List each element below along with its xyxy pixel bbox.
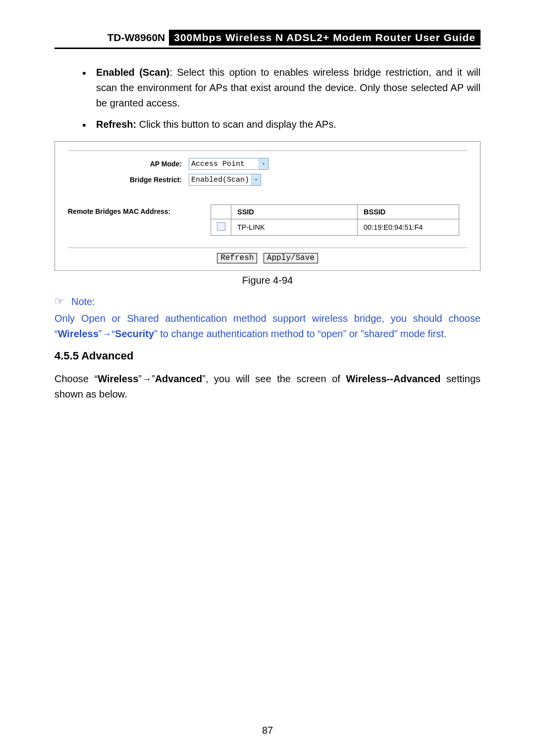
advanced-paragraph: Choose “Wireless”→”Advanced”, you will s… <box>54 371 481 402</box>
para-quote-arrow: ” <box>138 373 142 384</box>
header-model: TD-W8960N <box>107 32 165 44</box>
bullet-list: Enabled (Scan): Select this option to en… <box>82 65 481 132</box>
table-row: TP-LINK 00:19:E0:94:51:F4 <box>211 219 459 236</box>
label-bridge-restrict: Bridge Restrict: <box>68 176 189 184</box>
apply-save-button[interactable]: Apply/Save <box>264 253 318 263</box>
para-wireless: Wireless <box>98 373 138 384</box>
bullet-enabled-scan: Enabled (Scan): Select this option to en… <box>82 65 481 111</box>
divider <box>68 151 467 151</box>
cell-ssid: TP-LINK <box>231 219 358 236</box>
refresh-button[interactable]: Refresh <box>217 253 257 263</box>
para-wireless-advanced: Wireless--Advanced <box>346 373 440 384</box>
bullet-refresh-text: Click this button to scan and display th… <box>136 119 336 130</box>
select-bridge-restrict[interactable]: Enabled(Scan) ▾ <box>189 174 261 186</box>
note-body: Only Open or Shared authentication metho… <box>54 311 481 342</box>
divider <box>68 248 467 248</box>
table-header-bssid: BSSID <box>358 205 459 219</box>
select-bridge-restrict-value: Enabled(Scan) <box>191 176 251 184</box>
arrow-icon: → <box>142 373 152 384</box>
label-ap-mode: AP Mode: <box>68 160 189 168</box>
table-header-row: SSID BSSID <box>211 205 459 219</box>
note-security: Security <box>115 328 154 339</box>
row-checkbox[interactable] <box>217 222 225 231</box>
page-header: TD-W8960N 300Mbps Wireless N ADSL2+ Mode… <box>54 30 481 49</box>
row-ap-mode: AP Mode: Access Point ▾ <box>68 158 467 170</box>
pointing-hand-icon: ☞ <box>54 295 64 308</box>
para-advanced: Advanced <box>155 373 203 384</box>
label-remote-bridges: Remote Bridges MAC Address: <box>68 204 189 215</box>
page-number: 87 <box>0 725 535 736</box>
arrow-icon: → <box>102 328 111 339</box>
note-wireless: Wireless <box>58 328 99 339</box>
bullet-refresh: Refresh: Click this button to scan and d… <box>82 117 481 132</box>
para-pre: Choose “ <box>54 373 98 384</box>
chevron-down-icon: ▾ <box>251 174 261 185</box>
row-bridge-restrict: Bridge Restrict: Enabled(Scan) ▾ <box>68 174 467 186</box>
note-heading: ☞ Note: <box>54 295 481 308</box>
para-quote-open: ” <box>152 373 155 384</box>
para-mid: ”, you will see the screen of <box>202 373 346 384</box>
note-text-b: ” to change authentication method to “op… <box>154 328 446 339</box>
chevron-down-icon: ▾ <box>259 158 268 169</box>
bullet-refresh-label: Refresh: <box>96 119 136 130</box>
cell-bssid: 00:19:E0:94:51:F4 <box>358 219 459 236</box>
header-title: 300Mbps Wireless N ADSL2+ Modem Router U… <box>169 30 481 46</box>
note-label: Note: <box>71 296 95 307</box>
ap-scan-table: SSID BSSID TP-LINK 00:19:E0:94:51:F4 <box>211 204 459 236</box>
section-heading-advanced: 4.5.5 Advanced <box>54 350 481 362</box>
table-header-checkbox <box>211 205 231 219</box>
select-ap-mode[interactable]: Access Point ▾ <box>189 158 268 170</box>
table-header-ssid: SSID <box>231 205 358 219</box>
figure-caption: Figure 4-94 <box>54 275 481 286</box>
select-ap-mode-value: Access Point <box>191 160 259 168</box>
bullet-enabled-scan-label: Enabled (Scan) <box>96 67 169 78</box>
ui-screenshot-panel: AP Mode: Access Point ▾ Bridge Restrict:… <box>54 141 481 271</box>
